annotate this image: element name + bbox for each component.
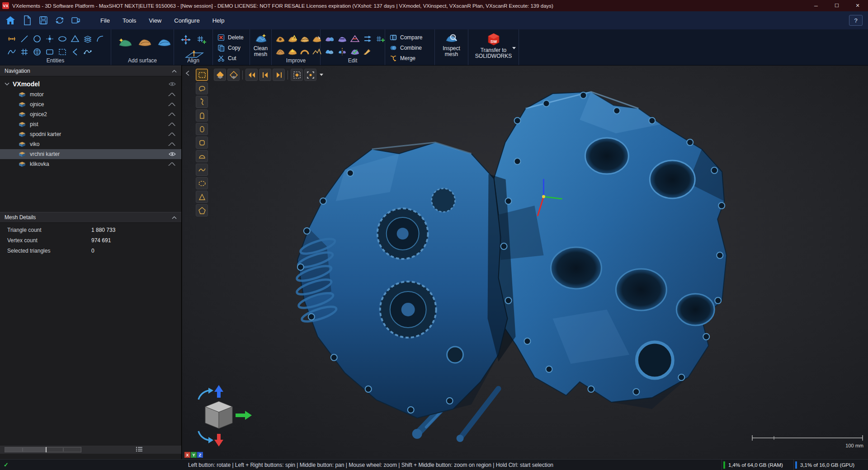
menu-view[interactable]: View <box>142 11 168 29</box>
list-view-button[interactable] <box>136 446 143 454</box>
item-toggle[interactable] <box>168 142 176 146</box>
menu-configure[interactable]: Configure <box>168 11 206 29</box>
rounded-select-button[interactable] <box>196 136 208 149</box>
entity-ellipse-button[interactable] <box>56 33 68 45</box>
export-button[interactable] <box>69 14 83 27</box>
item-visibility-toggle[interactable] <box>169 152 176 156</box>
rotate-down-arrow-icon[interactable] <box>198 431 209 440</box>
curve-select-button[interactable] <box>196 164 208 176</box>
entity-rectangle-button[interactable] <box>43 46 56 58</box>
entity-line-button[interactable] <box>18 33 30 45</box>
axis-y-label[interactable]: Y <box>191 452 197 458</box>
item-toggle[interactable] <box>168 102 176 107</box>
polyline-select-button[interactable] <box>196 96 208 108</box>
tree-item-pist[interactable]: pist <box>0 119 181 129</box>
rotate-up-arrow-icon[interactable] <box>198 390 209 400</box>
item-toggle[interactable] <box>168 132 176 136</box>
transfer-solidworks-button[interactable]: SW Transfer to SOLIDWORKS <box>468 29 519 65</box>
axis-right-arrow[interactable] <box>236 411 252 420</box>
orientation-widget[interactable] <box>185 384 253 447</box>
improve-smooth-button[interactable] <box>299 33 311 45</box>
improve-boundary-button[interactable] <box>299 45 311 57</box>
viewport-3d[interactable]: X Y Z 100 mm <box>182 66 868 459</box>
item-toggle[interactable] <box>168 162 176 166</box>
tree-item-ojnice2[interactable]: ojnice2 <box>0 109 181 119</box>
improve-fill-holes-button[interactable] <box>274 33 286 45</box>
collapse-mesh-details-button[interactable] <box>172 214 177 221</box>
item-toggle[interactable] <box>168 112 176 117</box>
extend-surface-button[interactable] <box>156 36 172 48</box>
copy-button[interactable]: Copy <box>217 43 250 52</box>
polygon-select-button[interactable] <box>196 204 208 216</box>
edit-remove-button[interactable] <box>349 33 361 45</box>
delete-button[interactable]: Delete <box>217 33 250 42</box>
merge-button[interactable]: Merge <box>389 53 434 63</box>
zoom-region-button[interactable] <box>291 69 303 81</box>
navigation-panel-header[interactable]: Navigation <box>0 66 181 76</box>
dome-select-button[interactable] <box>196 109 208 122</box>
entity-point-button[interactable] <box>43 33 56 45</box>
new-session-button[interactable] <box>20 14 34 27</box>
entity-spline-button[interactable] <box>5 46 18 58</box>
edit-flip-button[interactable] <box>361 33 373 45</box>
chevron-expanded-icon[interactable] <box>5 82 9 85</box>
combine-button[interactable]: Combine <box>389 43 434 52</box>
entity-measure-button[interactable] <box>5 33 18 45</box>
improve-defeature-button[interactable] <box>287 33 298 45</box>
entity-plane-button[interactable] <box>69 33 81 45</box>
menu-help[interactable]: Help <box>206 11 231 29</box>
clean-mesh-button[interactable]: Clean mesh <box>250 29 271 65</box>
tree-item-viko[interactable]: viko <box>0 139 181 149</box>
entity-frame-button[interactable] <box>56 46 68 58</box>
entity-layers-button[interactable] <box>81 33 94 45</box>
fit-surface-button[interactable] <box>137 36 152 48</box>
home-button[interactable] <box>2 13 19 28</box>
first-view-button[interactable] <box>245 69 258 81</box>
entity-grid-button[interactable] <box>18 46 30 58</box>
viewport-toolbar-dropdown[interactable] <box>318 69 325 81</box>
entity-angle-button[interactable] <box>69 46 81 58</box>
detail-slider[interactable] <box>5 447 81 452</box>
maximize-button[interactable]: ☐ <box>826 0 847 11</box>
axis-x-label[interactable]: X <box>184 452 190 458</box>
tree-item-ojnice[interactable]: ojnice <box>0 99 181 109</box>
cut-button[interactable]: Cut <box>217 53 250 63</box>
edit-split-button[interactable] <box>323 33 335 45</box>
rectangle-select-button[interactable] <box>196 69 208 81</box>
entity-curve-button[interactable] <box>81 46 94 58</box>
menu-tools[interactable]: Tools <box>116 11 142 29</box>
axis-down-arrow[interactable] <box>214 434 223 446</box>
transfer-dropdown-button[interactable] <box>512 43 516 52</box>
entity-circle-button[interactable] <box>31 33 43 45</box>
edit-bridge-button[interactable] <box>336 33 348 45</box>
compare-button[interactable]: Compare <box>389 33 434 42</box>
item-toggle[interactable] <box>168 92 176 97</box>
edit-add-button[interactable] <box>374 33 386 45</box>
view-normal-button[interactable] <box>214 69 226 81</box>
entity-arc-button[interactable] <box>94 33 106 45</box>
vxmodel-visibility-toggle[interactable] <box>169 82 176 86</box>
capsule-select-button[interactable] <box>196 123 208 135</box>
item-toggle[interactable] <box>168 122 176 127</box>
triangle-select-button[interactable] <box>196 191 208 203</box>
view-reverse-button[interactable] <box>227 69 240 81</box>
minimize-button[interactable]: ─ <box>806 0 826 11</box>
tree-item-vrchni-karter[interactable]: vrchni karter <box>0 149 181 159</box>
align-move-button[interactable] <box>179 33 193 47</box>
entity-sphere-button[interactable] <box>31 46 43 58</box>
mesh-details-header[interactable]: Mesh Details <box>0 212 181 223</box>
engine-crankcase-mesh[interactable] <box>182 66 868 459</box>
ellipse-select-button[interactable] <box>196 177 208 189</box>
improve-decimate-button[interactable] <box>274 45 286 57</box>
edit-duplicate-button[interactable] <box>323 45 335 57</box>
fit-view-button[interactable] <box>304 69 316 81</box>
axis-z-label[interactable]: Z <box>197 452 203 458</box>
semicircle-select-button[interactable] <box>196 150 208 162</box>
tree-item-motor[interactable]: motor <box>0 89 181 99</box>
auto-surface-button[interactable] <box>118 36 133 48</box>
collapse-toolbar-button[interactable] <box>185 70 190 78</box>
close-button[interactable]: ✕ <box>847 0 868 11</box>
tree-root-vxmodel[interactable]: VXmodel <box>0 78 181 89</box>
view-cube[interactable] <box>205 401 232 428</box>
previous-view-button[interactable] <box>259 69 271 81</box>
